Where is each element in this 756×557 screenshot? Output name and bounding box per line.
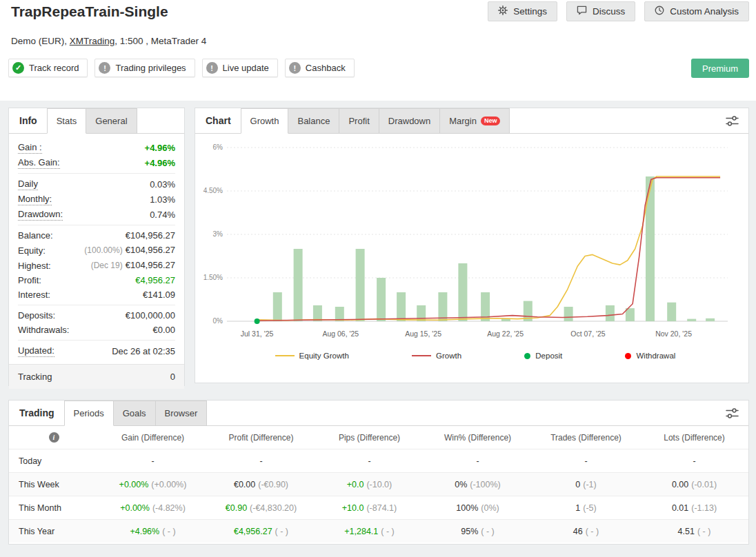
cell-main-value: - [151, 456, 154, 466]
periods-panel-title: Trading [9, 401, 65, 425]
stat-value-text: €100,000.00 [126, 310, 175, 321]
tab-drawdown[interactable]: Drawdown [379, 108, 440, 134]
period-cell: - [640, 456, 748, 466]
period-cell: 0(-1) [532, 480, 640, 489]
period-cell: - [424, 456, 532, 466]
cell-difference-value: (-€4,830.20) [250, 503, 297, 513]
subtitle-text-2: , 1:500 , MetaTrader 4 [115, 36, 206, 46]
subtitle-text: Demo (EUR), [11, 36, 70, 46]
badge-label: Cashback [306, 63, 346, 73]
period-row-this-month: This Month+0.00%(-4.82%)€0.90(-€4,830.20… [9, 496, 748, 519]
period-row-this-week: This Week+0.00%(+0.00%)€0.00(-€0.90)+0.0… [9, 472, 748, 496]
badge-track-record[interactable]: ✓Track record [8, 59, 88, 77]
badge-cashback[interactable]: !Cashback [285, 59, 355, 77]
period-cell: 46( - ) [532, 527, 640, 536]
tab-balance[interactable]: Balance [288, 108, 339, 134]
tab-general[interactable]: General [86, 108, 137, 134]
tab-label: Balance [297, 116, 330, 126]
stat-group: Gain :+4.96%Abs. Gain:+4.96% [18, 137, 175, 173]
legend-item-equity-growth: Equity Growth [275, 352, 349, 360]
stat-label: Monthly: [18, 193, 52, 205]
settings-button[interactable]: Settings [488, 1, 557, 21]
stat-value: €100,000.00 [126, 310, 175, 321]
badge-live-update[interactable]: !Live update [202, 59, 278, 77]
svg-text:Nov 20, '25: Nov 20, '25 [655, 330, 692, 338]
column-header-pips: Pips (Difference) [315, 433, 424, 443]
stat-value-prefix: (Dec 19) [91, 261, 123, 270]
stat-row-deposits: Deposits:€100,000.00 [18, 308, 175, 323]
sliders-icon [726, 408, 739, 418]
stat-label: Equity: [18, 245, 46, 256]
cell-main-value: 0 [575, 480, 580, 489]
tab-margin[interactable]: MarginNew [439, 108, 510, 134]
tab-profit[interactable]: Profit [339, 108, 379, 134]
stat-value-text: €104,956.27 [126, 245, 175, 255]
chart-panel-title: Chart [195, 108, 241, 133]
stat-row-tracking: Tracking0 [18, 369, 175, 384]
tab-label: Drawdown [388, 116, 430, 126]
tab-label: Growth [250, 116, 279, 126]
tab-browser[interactable]: Browser [155, 401, 208, 426]
badge-trading-privileges[interactable]: !Trading privileges [94, 59, 195, 77]
svg-text:3%: 3% [213, 230, 223, 238]
page-header: TrapRepeaTrain-Single SettingsDiscussCus… [0, 0, 756, 101]
stat-label: Deposits: [18, 310, 55, 321]
stat-group: Daily0.03%Monthly:1.03%Drawdown:0.74% [18, 173, 175, 225]
premium-button[interactable]: Premium [691, 59, 749, 78]
tab-periods[interactable]: Periods [64, 401, 114, 426]
stat-row-daily: Daily0.03% [18, 176, 175, 192]
stat-row-interest: Interest:€141.09 [18, 287, 175, 302]
tab-label: Periods [74, 408, 104, 418]
tab-stats[interactable]: Stats [47, 108, 87, 134]
legend-swatch [524, 353, 530, 359]
cell-difference-value: (-1.13) [691, 503, 717, 513]
period-cell: +10.0(-874.1) [315, 503, 424, 513]
stat-value-text: 0 [170, 372, 175, 382]
stat-value-text: 0.74% [150, 210, 175, 220]
badge-label: Live update [223, 63, 269, 73]
cell-main-value: - [259, 456, 262, 466]
legend-label: Growth [436, 352, 461, 360]
stat-value: 0 [170, 371, 175, 383]
chat-icon [577, 6, 587, 17]
period-cell: +0.00%(-4.82%) [99, 503, 207, 513]
stat-row-drawdown: Drawdown:0.74% [18, 207, 175, 222]
button-label: Settings [513, 6, 547, 17]
cell-main-value: +1,284.1 [344, 527, 378, 536]
stat-row-monthly: Monthly:1.03% [18, 192, 175, 207]
info-panel: Info StatsGeneral Gain :+4.96%Abs. Gain:… [8, 108, 185, 386]
discuss-button[interactable]: Discuss [566, 1, 635, 21]
tab-growth[interactable]: Growth [241, 108, 289, 134]
cell-main-value: +0.00% [119, 480, 149, 489]
legend-swatch [625, 353, 631, 359]
stat-value-text: +4.96% [145, 158, 175, 168]
chart-panel-header: Chart GrowthBalanceProfitDrawdownMarginN… [195, 108, 748, 134]
period-cell: 100%(0%) [424, 503, 532, 513]
stat-row-highest: Highest:(Dec 19)€104,956.27 [18, 258, 175, 273]
custom-analysis-button[interactable]: Custom Analysis [644, 1, 749, 21]
stat-value: €4,956.27 [135, 274, 175, 286]
legend-label: Withdrawal [636, 352, 675, 360]
stat-label: Profit: [18, 274, 41, 286]
stat-value-text: 0.03% [150, 179, 175, 190]
cell-main-value: €0.90 [226, 503, 247, 513]
stat-group: Balance:€104,956.27Equity:(100.00%)€104,… [18, 225, 175, 305]
growth-chart: 0%1.50%3%4.50%6%Jul 31, '25Aug 06, '25Au… [201, 139, 739, 346]
periods-filter-icon[interactable] [716, 401, 748, 425]
periods-panel-header: Trading PeriodsGoalsBrowser [9, 401, 748, 426]
chart-filter-icon[interactable] [716, 108, 748, 133]
broker-link[interactable]: XMTrading [70, 36, 115, 46]
chart-legend: Equity GrowthGrowthDepositWithdrawal [195, 349, 748, 360]
period-cell: +4.96%( - ) [99, 527, 207, 536]
info-icon[interactable]: i [49, 432, 59, 443]
stat-row-abs-gain: Abs. Gain:+4.96% [18, 155, 175, 170]
stat-value-prefix: (100.00%) [84, 245, 122, 255]
content-area: Info StatsGeneral Gain :+4.96%Abs. Gain:… [0, 101, 756, 557]
stat-label: Highest: [18, 260, 51, 272]
cell-main-value: 0% [455, 480, 467, 489]
period-label: This Year [9, 527, 99, 536]
tab-label: Goals [123, 408, 146, 418]
tab-goals[interactable]: Goals [113, 401, 156, 426]
cell-main-value: +10.0 [342, 503, 364, 513]
stat-group: Updated:Dec 26 at 02:35 [18, 340, 175, 361]
